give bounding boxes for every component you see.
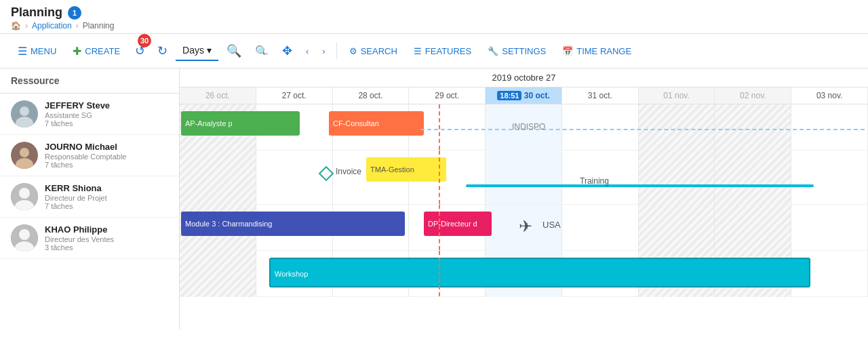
avatar (11, 183, 38, 210)
resource-name: KHAO Philippe (45, 224, 168, 235)
settings-button[interactable]: 🔧 SETTINGS (481, 42, 553, 60)
breadcrumb-application[interactable]: Application (32, 21, 72, 31)
gantt-cell (639, 151, 715, 204)
event-module3[interactable]: Module 3 : Charmandising (181, 212, 405, 236)
redo-button[interactable]: ↻ (152, 39, 173, 62)
zoom-in-icon: 🔍 (226, 43, 241, 58)
time-indicator: 18:51 (497, 91, 521, 100)
gantt-cell (562, 104, 639, 151)
today-line (439, 104, 440, 150)
gantt-row-2: Invoice TMA-Gestion Training (180, 151, 868, 205)
zoom-out-button[interactable]: 🔍− (250, 41, 274, 62)
gantt-cell (791, 104, 868, 151)
gantt-cell (180, 251, 256, 297)
gantt-row-1: AP-Analyste p CF-Consultan INDISPO (180, 104, 868, 151)
zoom-in-button[interactable]: 🔍 (221, 39, 247, 62)
avatar (11, 142, 38, 169)
menu-label: MENU (31, 46, 56, 56)
sidebar-header: Ressource (0, 68, 179, 94)
resource-role: Directeur de Projet (45, 194, 168, 202)
breadcrumb: 🏠 › Application › Planning (11, 21, 857, 31)
gantt-day-02nov: 02 nov. (715, 87, 791, 104)
airplane-icon: ✈ (519, 217, 532, 236)
invoice-label: Invoice (336, 167, 361, 176)
resource-info: KERR Shiona Directeur de Projet 7 tâches (45, 183, 168, 210)
days-label: Days (182, 45, 204, 56)
search-label: SEARCH (361, 46, 397, 56)
create-button[interactable]: ✚ CREATE (66, 41, 127, 62)
gantt-day-31oct: 31 oct. (562, 87, 639, 104)
event-workshop[interactable]: Workshop (269, 258, 810, 287)
resource-info: KHAO Philippe Directeur des Ventes 3 tâc… (45, 224, 168, 252)
undo-group: 30 ↺ ↻ (130, 39, 173, 62)
prev-button[interactable]: ‹ (300, 42, 314, 60)
sidebar: Ressource JEFFERY Steve Assistante SG 7 … (0, 68, 180, 330)
resource-role: Directeur des Ventes (45, 235, 168, 243)
svg-point-10 (19, 229, 30, 240)
resource-item[interactable]: JEFFERY Steve Assistante SG 7 tâches (0, 94, 179, 135)
resource-item[interactable]: JOURNO Michael Responsable Comptable 7 t… (0, 135, 179, 176)
gantt-day-03nov: 03 nov. (791, 87, 868, 104)
resource-item[interactable]: KHAO Philippe Directeur des Ventes 3 tâc… (0, 218, 179, 259)
resource-name: KERR Shiona (45, 183, 168, 193)
gantt-day-29oct: 29 oct. (409, 87, 486, 104)
svg-point-4 (20, 148, 29, 157)
gantt-cell (715, 104, 791, 151)
gantt-header-date: 2019 octobre 27 (180, 68, 868, 87)
resource-tasks: 7 tâches (45, 119, 168, 127)
plus-icon: ✚ (73, 45, 81, 58)
training-bar (466, 184, 814, 187)
gantt-day-30oct: 18:51 30 oct. (486, 87, 562, 104)
gantt-cell (180, 151, 256, 204)
gantt-cell (715, 151, 791, 204)
gantt-day-26oct: 26 oct. (180, 87, 256, 104)
title-text: Planning (11, 5, 62, 20)
features-label: FEATURES (425, 46, 471, 56)
today-line-4 (439, 251, 440, 296)
main-layout: Ressource JEFFERY Steve Assistante SG 7 … (0, 68, 868, 330)
gantt-cell (639, 104, 715, 151)
resource-item[interactable]: KERR Shiona Directeur de Projet 7 tâches (0, 176, 179, 218)
svg-point-1 (20, 106, 29, 116)
time-range-label: TIME RANGE (576, 46, 631, 56)
usa-label: USA (542, 220, 561, 230)
today-line-3 (439, 205, 440, 250)
settings-label: SETTINGS (502, 46, 546, 56)
event-cf-consultant[interactable]: CF-Consultan (329, 111, 424, 136)
app-header: Planning 1 🏠 › Application › Planning (0, 0, 868, 34)
search-icon: ⚙ (349, 46, 357, 56)
event-dp-directeur[interactable]: DP-Directeur d (424, 212, 492, 236)
features-icon: ☰ (414, 46, 422, 56)
home-icon[interactable]: 🏠 (11, 21, 21, 31)
features-button[interactable]: ☰ FEATURES (407, 42, 478, 60)
resource-name: JEFFERY Steve (45, 100, 168, 111)
days-selector[interactable]: Days ▾ (176, 41, 218, 61)
indispo-bar (420, 129, 865, 130)
resource-tasks: 7 tâches (45, 202, 168, 210)
gantt-area: 2019 octobre 27 26 oct. 27 oct. 28 oct. … (180, 68, 868, 330)
gantt-day-28oct: 28 oct. (333, 87, 410, 104)
menu-button[interactable]: ☰ MENU (11, 41, 63, 62)
toolbar: ☰ MENU ✚ CREATE 30 ↺ ↻ Days ▾ 🔍 🔍− ✥ ‹ ›… (0, 34, 868, 68)
resource-role: Responsable Comptable (45, 153, 168, 161)
search-button[interactable]: ⚙ SEARCH (342, 42, 404, 60)
time-range-button[interactable]: 📅 TIME RANGE (555, 42, 638, 60)
resource-name: JOURNO Michael (45, 142, 168, 152)
gantt-cell (791, 205, 868, 251)
settings-icon: 🔧 (488, 46, 498, 56)
menu-icon: ☰ (18, 45, 27, 58)
gantt-day-01nov: 01 nov. (639, 87, 715, 104)
svg-point-7 (19, 188, 30, 199)
resource-tasks: 3 tâches (45, 243, 168, 252)
move-button[interactable]: ✥ (277, 39, 298, 62)
event-ap-analyste[interactable]: AP-Analyste p (181, 111, 300, 136)
gantt-cell (791, 151, 868, 204)
gantt-cell (639, 205, 715, 251)
event-tma-gestion[interactable]: TMA-Gestion (366, 157, 446, 182)
notification-badge: 1 (68, 6, 81, 20)
dropdown-icon: ▾ (207, 45, 212, 56)
resource-info: JOURNO Michael Responsable Comptable 7 t… (45, 142, 168, 169)
resource-info: JEFFERY Steve Assistante SG 7 tâches (45, 100, 168, 127)
next-button[interactable]: › (317, 42, 330, 60)
gantt-cell (715, 205, 791, 251)
